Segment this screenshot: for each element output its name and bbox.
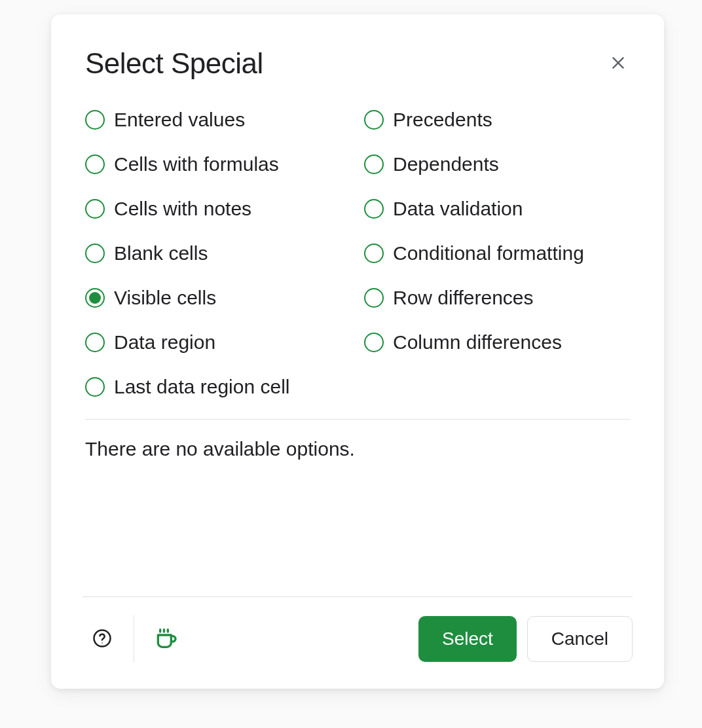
radio-icon bbox=[85, 110, 105, 130]
radio-precedents[interactable]: Precedents bbox=[364, 109, 630, 131]
radio-icon bbox=[364, 288, 384, 308]
no-options-message: There are no available options. bbox=[85, 438, 630, 596]
radio-label: Last data region cell bbox=[114, 376, 290, 398]
radio-icon bbox=[85, 333, 105, 352]
select-special-dialog: Select Special Entered values Precedents… bbox=[51, 14, 664, 689]
footer-actions: Select Cancel bbox=[418, 616, 633, 662]
radio-icon bbox=[364, 333, 384, 352]
radio-data-region[interactable]: Data region bbox=[85, 331, 351, 354]
cancel-button[interactable]: Cancel bbox=[527, 616, 633, 662]
help-button[interactable] bbox=[83, 619, 122, 659]
radio-label: Entered values bbox=[114, 109, 245, 131]
close-icon bbox=[610, 54, 627, 73]
radio-icon bbox=[364, 244, 384, 263]
radio-label: Visible cells bbox=[114, 287, 216, 309]
vertical-separator bbox=[134, 615, 134, 663]
radio-label: Data region bbox=[114, 331, 215, 354]
radio-icon bbox=[85, 377, 105, 397]
svg-point-3 bbox=[102, 642, 103, 644]
close-button[interactable] bbox=[606, 52, 630, 75]
radio-label: Conditional formatting bbox=[393, 242, 584, 264]
radio-visible-cells[interactable]: Visible cells bbox=[85, 287, 351, 309]
radio-label: Cells with notes bbox=[114, 198, 251, 220]
radio-icon bbox=[364, 199, 384, 219]
radio-blank-cells[interactable]: Blank cells bbox=[85, 242, 351, 264]
coffee-icon bbox=[153, 625, 179, 653]
radio-label: Data validation bbox=[393, 198, 523, 220]
radio-cells-with-formulas[interactable]: Cells with formulas bbox=[85, 153, 351, 175]
radio-dependents[interactable]: Dependents bbox=[364, 153, 630, 175]
dialog-header: Select Special bbox=[85, 47, 630, 80]
radio-label: Precedents bbox=[393, 109, 492, 131]
dialog-title: Select Special bbox=[85, 47, 263, 80]
radio-data-validation[interactable]: Data validation bbox=[364, 198, 630, 220]
radio-last-data-region-cell[interactable]: Last data region cell bbox=[85, 376, 351, 398]
radio-entered-values[interactable]: Entered values bbox=[85, 109, 351, 131]
svg-point-2 bbox=[94, 630, 111, 646]
radio-icon bbox=[85, 155, 105, 174]
radio-icon bbox=[364, 110, 384, 130]
radio-icon bbox=[364, 155, 384, 174]
radio-icon bbox=[85, 244, 105, 263]
dialog-footer: Select Cancel bbox=[83, 596, 633, 663]
divider bbox=[85, 419, 630, 420]
coffee-button[interactable] bbox=[146, 619, 185, 659]
radio-icon bbox=[85, 199, 105, 219]
radio-label: Dependents bbox=[393, 153, 499, 175]
radio-label: Column differences bbox=[393, 331, 562, 354]
radio-label: Cells with formulas bbox=[114, 153, 279, 175]
radio-label: Row differences bbox=[393, 287, 534, 309]
help-icon bbox=[92, 628, 112, 650]
radio-conditional-formatting[interactable]: Conditional formatting bbox=[364, 242, 630, 264]
radio-cells-with-notes[interactable]: Cells with notes bbox=[85, 198, 351, 220]
options-grid: Entered values Precedents Cells with for… bbox=[85, 109, 630, 398]
radio-icon bbox=[85, 288, 105, 308]
select-button[interactable]: Select bbox=[418, 616, 517, 662]
radio-label: Blank cells bbox=[114, 242, 208, 264]
radio-row-differences[interactable]: Row differences bbox=[364, 287, 630, 309]
footer-left bbox=[83, 615, 185, 663]
radio-column-differences[interactable]: Column differences bbox=[364, 331, 630, 354]
